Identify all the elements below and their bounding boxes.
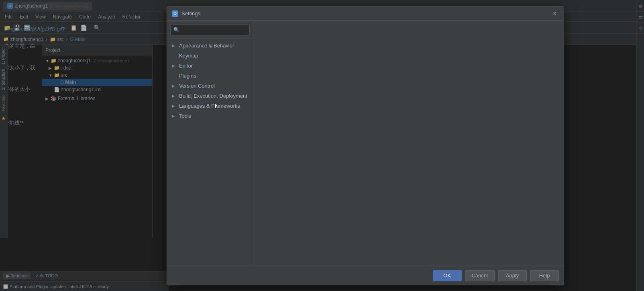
nav-item-version-control[interactable]: ▶ Version Control — [167, 81, 253, 91]
nav-item-tools[interactable]: ▶ Tools — [167, 111, 253, 121]
arrow-editor: ▶ — [172, 64, 177, 68]
apply-button[interactable]: Apply — [498, 270, 527, 281]
dialog-title: IJ Settings — [172, 10, 200, 17]
nav-item-editor[interactable]: ▶ Editor — [167, 61, 253, 71]
search-wrapper: 🔍 — [167, 21, 253, 39]
nav-item-version-control-label: Version Control — [179, 83, 215, 89]
settings-nav-tree: ▶ Appearance & Behavior Keymap ▶ Editor … — [167, 39, 253, 266]
arrow-appearance: ▶ — [172, 43, 177, 48]
settings-dialog: IJ Settings × 🔍 ▶ Appearance & Behavior — [167, 6, 564, 285]
nav-item-keymap[interactable]: Keymap — [167, 51, 253, 61]
settings-nav: 🔍 ▶ Appearance & Behavior Keymap ▶ Edito… — [167, 21, 253, 266]
dialog-title-text: Settings — [181, 10, 200, 16]
dialog-body: 🔍 ▶ Appearance & Behavior Keymap ▶ Edito… — [167, 21, 564, 266]
arrow-build: ▶ — [172, 94, 177, 98]
dialog-title-bar: IJ Settings × — [167, 6, 564, 21]
nav-item-plugins[interactable]: Plugins — [167, 71, 253, 81]
nav-item-keymap-label: Keymap — [179, 53, 198, 59]
cancel-button[interactable]: Cancel — [465, 270, 495, 281]
nav-item-appearance-label: Appearance & Behavior — [179, 43, 234, 49]
nav-item-plugins-label: Plugins — [179, 73, 196, 79]
settings-search-input[interactable] — [170, 24, 250, 35]
dialog-close-button[interactable]: × — [551, 10, 559, 18]
nav-item-build[interactable]: ▶ Build, Execution, Deployment — [167, 91, 253, 101]
nav-item-tools-label: Tools — [179, 113, 191, 119]
dialog-footer: OK Cancel Apply Help — [167, 266, 564, 285]
nav-item-build-label: Build, Execution, Deployment — [179, 93, 247, 99]
arrow-version-control: ▶ — [172, 84, 177, 88]
nav-item-languages-label: Languages & Frameworks — [179, 103, 240, 109]
arrow-tools: ▶ — [172, 114, 177, 118]
settings-content — [253, 21, 564, 266]
nav-item-appearance[interactable]: ▶ Appearance & Behavior — [167, 41, 253, 51]
arrow-languages: ▶ — [172, 104, 177, 108]
dialog-title-icon: IJ — [172, 10, 178, 17]
ok-button[interactable]: OK — [433, 270, 462, 281]
nav-item-languages[interactable]: ▶ Languages & Frameworks — [167, 101, 253, 111]
help-button[interactable]: Help — [530, 270, 559, 281]
nav-item-editor-label: Editor — [179, 63, 193, 69]
